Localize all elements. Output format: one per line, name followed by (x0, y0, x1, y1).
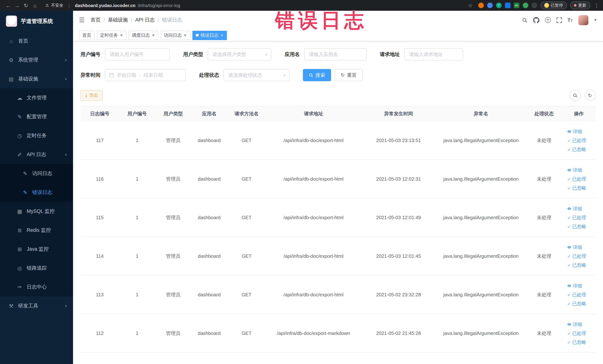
reload-icon[interactable]: ↻ (22, 1, 30, 10)
extension-icon-2[interactable] (487, 3, 493, 8)
action-detail[interactable]: 详细 (564, 243, 594, 252)
breadcrumb-item[interactable]: 基础设施 (108, 17, 128, 23)
action-detail[interactable]: 详细 (564, 320, 594, 329)
action-ignored[interactable]: ✓已忽略 (564, 299, 594, 308)
tab-home[interactable]: 首页 (79, 31, 94, 40)
help-icon[interactable]: ? (545, 17, 551, 23)
reset-button[interactable]: ↻ 重置 (335, 69, 363, 81)
extension-icon-5[interactable] (522, 3, 528, 8)
sidebar-item-api-logs[interactable]: ✐API 日志∧ (0, 145, 73, 164)
request-url-input[interactable] (404, 48, 463, 60)
sidebar-item-redis-monitor[interactable]: ≣Redis 监控 (0, 221, 73, 240)
sidebar-item-mysql-monitor[interactable]: ▦MySQL 监控 (0, 202, 73, 221)
refresh-icon: ↻ (588, 93, 592, 98)
user-avatar[interactable] (578, 15, 588, 25)
logo-image (6, 16, 17, 27)
user-type-select[interactable]: 请选择用户类型 ∨ (208, 48, 271, 60)
breadcrumb-item[interactable]: 首页 (91, 17, 101, 23)
user-id-input[interactable] (105, 48, 170, 60)
action-processed[interactable]: ✓已处理 (564, 136, 594, 145)
column-header: 处理状态 (526, 106, 562, 121)
sidebar-item-system-management[interactable]: ⚙系统管理∨ (0, 50, 73, 69)
table-body: 1171管理员dashboardGET/api/infra/db-doc/exp… (81, 121, 596, 352)
action-ignored[interactable]: ✓已忽略 (564, 145, 594, 154)
error-log-table: 日志编号用户编号用户类型应用名请求方法名请求地址异常发生时间异常名处理状态操作 … (81, 106, 596, 353)
action-ignored[interactable]: ✓已忽略 (564, 183, 594, 192)
fullscreen-icon[interactable] (556, 17, 562, 23)
close-icon[interactable]: × (220, 33, 223, 37)
action-processed[interactable]: ✓已处理 (564, 252, 594, 260)
exception-time-range-picker[interactable]: 开始日期 - 结束日期 (105, 69, 186, 81)
home-icon[interactable]: ⌂ (30, 1, 39, 10)
cell-exception: java.lang.IllegalArgumentException (436, 160, 526, 198)
tab-error-log[interactable]: 错误日志× (192, 31, 227, 40)
sidebar-item-home[interactable]: ⌂首页 (0, 32, 73, 50)
action-ignored[interactable]: ✓已忽略 (564, 260, 594, 270)
action-detail[interactable]: 详细 (564, 281, 594, 290)
process-status-select[interactable]: 请选择处理状态 ∨ (223, 69, 290, 81)
search-icon[interactable] (522, 17, 527, 23)
action-processed[interactable]: ✓已处理 (564, 290, 594, 299)
action-detail[interactable]: 详细 (564, 204, 594, 213)
check-icon: ✓ (567, 145, 570, 154)
back-icon[interactable]: ← (4, 1, 13, 10)
extension-icon-6[interactable] (532, 3, 537, 8)
export-button[interactable]: ⤓ 导出 (81, 90, 103, 101)
browser-menu-icon[interactable]: ⋮ (594, 2, 599, 8)
chevron-up-icon: ∧ (65, 77, 67, 81)
sidebar-item-java-monitor[interactable]: ⊞Java 监控 (0, 240, 73, 258)
search-button[interactable]: 搜索 (303, 69, 331, 81)
logo[interactable]: 芋道管理系统 (0, 11, 73, 32)
sidebar-item-label: 定时任务 (27, 132, 47, 139)
cell-url: /api/infra/db-doc/export-html (266, 237, 361, 275)
action-ignored[interactable]: ✓已忽略 (564, 338, 594, 347)
refresh-table-button[interactable]: ↻ (584, 90, 596, 101)
tab-scheduled-tasks[interactable]: 定时任务× (97, 31, 127, 40)
url-separator: | (69, 3, 70, 8)
sidebar-item-scheduled-tasks[interactable]: ◷定时任务 (0, 126, 73, 145)
breadcrumb-separator: / (104, 17, 105, 23)
tab-schedule-log[interactable]: 调度日志× (129, 31, 158, 40)
chevron-down-icon[interactable]: ▼ (594, 18, 597, 22)
sidebar-item-config-management[interactable]: ✎配置管理 (0, 107, 73, 126)
sidebar-item-tracing[interactable]: ◎链路追踪 (0, 258, 73, 277)
hamburger-icon[interactable]: ☰ (79, 16, 85, 24)
eye-icon (567, 245, 571, 249)
breadcrumb-item[interactable]: API 日志 (135, 17, 155, 23)
sidebar-item-file-management[interactable]: ☁文件管理 (0, 88, 73, 107)
action-processed[interactable]: ✓已处理 (564, 213, 594, 222)
extension-badge-icon[interactable]: on (514, 3, 519, 8)
chevron-down-icon: ∨ (283, 73, 286, 77)
paused-pill[interactable]: 已暂停 (540, 1, 567, 9)
forward-icon[interactable]: → (13, 1, 22, 10)
cell-log-id: 117 (81, 121, 119, 160)
sidebar-item-log-center[interactable]: ✑日志中心 (0, 277, 73, 296)
toggle-search-button[interactable] (570, 90, 581, 101)
close-icon[interactable]: × (152, 33, 155, 37)
url-bar[interactable]: ⚠ 不安全 | dashboard.yudao.iocoder.cn/infra… (45, 3, 180, 8)
github-icon[interactable] (533, 17, 539, 23)
sidebar-item-dev-tools[interactable]: ⚒研发工具∨ (0, 296, 73, 315)
extension-icon-4[interactable] (505, 3, 510, 8)
font-size-icon[interactable]: TT (568, 17, 573, 23)
action-detail[interactable]: 详细 (564, 165, 594, 175)
cell-exception: java.lang.IllegalArgumentException (436, 121, 526, 160)
sidebar-item-access-log[interactable]: ✎访问日志 (0, 164, 73, 183)
action-ignored[interactable]: ✓已忽略 (564, 222, 594, 231)
sidebar-item-infrastructure[interactable]: ▤基础设施∧ (0, 69, 73, 88)
action-detail[interactable]: 详细 (564, 127, 594, 136)
tab-access-log[interactable]: 访问日志× (161, 31, 190, 40)
close-icon[interactable]: × (120, 33, 123, 37)
action-processed[interactable]: ✓已处理 (564, 175, 594, 183)
search-icon (573, 93, 578, 98)
app-name-input[interactable] (304, 48, 366, 60)
sidebar-item-label: 系统管理 (18, 57, 38, 63)
close-icon[interactable]: × (184, 33, 187, 37)
action-processed[interactable]: ✓已处理 (564, 329, 594, 338)
extension-icon-3[interactable]: Y (496, 3, 501, 8)
check-icon: ✓ (567, 329, 570, 338)
update-button[interactable]: 更新 (570, 1, 590, 9)
bookmark-star-icon[interactable]: ☆ (466, 1, 475, 10)
extension-icon-1[interactable] (478, 3, 484, 8)
sidebar-item-error-log[interactable]: ✎错误日志 (0, 183, 73, 202)
